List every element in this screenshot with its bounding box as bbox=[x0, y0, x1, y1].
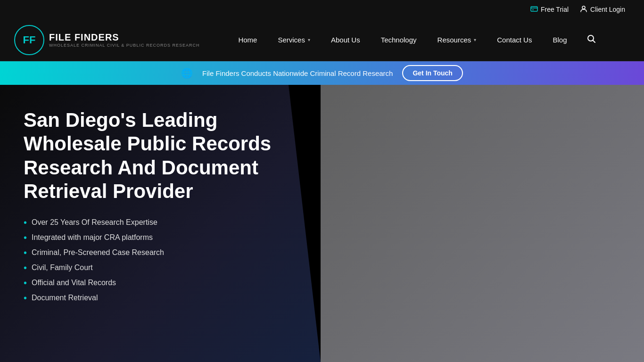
svg-rect-1 bbox=[532, 9, 534, 10]
chevron-down-icon-resources: ▾ bbox=[474, 37, 476, 42]
svg-line-4 bbox=[593, 41, 595, 43]
logo-emblem: FF bbox=[14, 25, 44, 55]
chevron-down-icon: ▾ bbox=[308, 37, 310, 42]
free-trial-icon bbox=[530, 5, 538, 14]
hero-list: Over 25 Years Of Research Expertise Inte… bbox=[24, 218, 297, 308]
hero-right-panel bbox=[321, 85, 644, 362]
client-login-link[interactable]: Client Login bbox=[580, 5, 625, 14]
logo[interactable]: FF FILE FINDERS Wholesale Criminal Civil… bbox=[14, 25, 199, 55]
announcement-text: File Finders Conducts Nationwide Crimina… bbox=[202, 69, 393, 77]
list-item: Official and Vital Records bbox=[24, 278, 297, 288]
list-item: Over 25 Years Of Research Expertise bbox=[24, 218, 297, 227]
person-icon bbox=[580, 5, 587, 14]
get-in-touch-button[interactable]: Get In Touch bbox=[402, 65, 463, 81]
top-bar: Free Trial Client Login bbox=[0, 0, 644, 19]
hero-section: San Diego's Leading Wholesale Public Rec… bbox=[0, 85, 644, 362]
nav-item-home[interactable]: Home bbox=[228, 19, 267, 61]
brand-name: FILE FINDERS bbox=[49, 32, 199, 43]
hero-title: San Diego's Leading Wholesale Public Rec… bbox=[24, 108, 297, 204]
nav-item-blog[interactable]: Blog bbox=[542, 19, 577, 61]
client-login-label: Client Login bbox=[590, 6, 625, 13]
free-trial-link[interactable]: Free Trial bbox=[530, 5, 569, 14]
svg-rect-0 bbox=[531, 7, 537, 11]
list-item: Civil, Family Court bbox=[24, 263, 297, 272]
nav-items: Home Services ▾ About Us Technology Reso… bbox=[228, 19, 630, 61]
list-item: Criminal, Pre-Screened Case Research bbox=[24, 248, 297, 257]
hero-overlay bbox=[321, 85, 644, 362]
nav-item-technology[interactable]: Technology bbox=[371, 19, 427, 61]
brand-tagline: Wholesale Criminal Civil & Public Record… bbox=[49, 43, 199, 48]
list-item: Document Retrieval bbox=[24, 293, 297, 303]
list-item: Integrated with major CRA platforms bbox=[24, 233, 297, 242]
nav-item-contact[interactable]: Contact Us bbox=[487, 19, 542, 61]
search-icon[interactable] bbox=[577, 34, 596, 46]
free-trial-label: Free Trial bbox=[541, 6, 569, 13]
nav-item-services[interactable]: Services ▾ bbox=[267, 19, 321, 61]
navbar: FF FILE FINDERS Wholesale Criminal Civil… bbox=[0, 19, 644, 61]
svg-point-2 bbox=[582, 6, 585, 9]
nav-item-resources[interactable]: Resources ▾ bbox=[427, 19, 487, 61]
logo-text-block: FILE FINDERS Wholesale Criminal Civil & … bbox=[49, 32, 199, 48]
nav-item-about[interactable]: About Us bbox=[321, 19, 371, 61]
hero-left-panel: San Diego's Leading Wholesale Public Rec… bbox=[0, 85, 321, 362]
globe-icon: 🌐 bbox=[181, 67, 193, 79]
announcement-bar: 🌐 File Finders Conducts Nationwide Crimi… bbox=[0, 61, 644, 85]
